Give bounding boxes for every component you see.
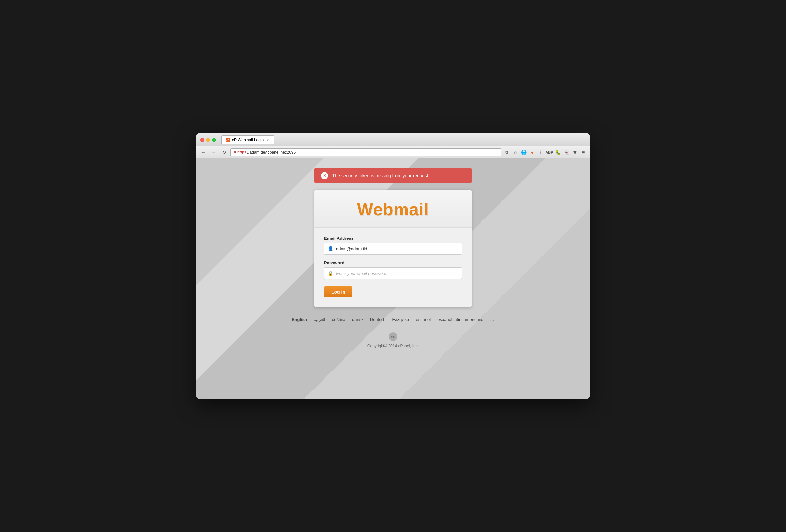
bookmark-icon[interactable]: ☆ [512,149,519,156]
lang-greek[interactable]: Ελληνικά [392,317,409,322]
email-input[interactable] [336,246,458,251]
close-button[interactable] [200,138,204,142]
login-button[interactable]: Log in [324,286,352,297]
title-bar: cP cP Webmail Login × + [196,133,590,146]
lang-czech[interactable]: čeština [332,317,345,322]
address-url: //adam.dev.cpanel.net:2096 [248,150,296,154]
tab-close-button[interactable]: × [265,138,270,142]
login-header: Webmail [314,190,472,228]
error-message: The security token is missing from your … [332,173,430,178]
address-bar[interactable]: ✕ https //adam.dev.cpanel.net:2096 [230,148,501,156]
lang-german[interactable]: Deutsch [370,317,386,322]
error-alert: The security token is missing from your … [314,168,472,183]
email-label: Email Address [324,236,462,241]
nav-icons: ⧉ ☆ 🌐 ● ℹ ABP 🐛 👻 ✖ ≡ [503,149,587,156]
disconnect-icon[interactable]: ✖ [571,149,579,156]
adblock-icon[interactable]: ABP [546,149,553,156]
language-bar: English العربية čeština dansk Deutsch Ελ… [292,317,494,322]
login-box: Webmail Email Address 👤 Password [314,190,472,307]
ghost-icon[interactable]: 👻 [563,149,570,156]
browser-window: cP cP Webmail Login × + ← → ↻ ✕ https //… [196,133,590,399]
minimize-button[interactable] [206,138,210,142]
copyright-text: Copyright© 2014 cPanel, Inc. [367,344,419,348]
password-label: Password [324,261,462,265]
language-icon[interactable]: 🌐 [520,149,527,156]
active-tab[interactable]: cP cP Webmail Login × [221,135,274,144]
lang-danish[interactable]: dansk [352,317,364,322]
svg-text:cP: cP [391,335,395,339]
lang-spanish-latam[interactable]: español latinoamericano [437,317,483,322]
nav-bar: ← → ↻ ✕ https //adam.dev.cpanel.net:2096… [196,146,590,158]
reader-icon[interactable]: ⧉ [503,149,510,156]
email-form-group: Email Address 👤 [324,236,462,255]
tab-title: cP Webmail Login [232,138,263,142]
menu-icon[interactable]: ≡ [580,149,587,156]
password-input[interactable] [336,271,458,276]
footer: cP Copyright© 2014 cPanel, Inc. [367,332,419,348]
lang-arabic[interactable]: العربية [314,317,325,322]
user-icon: 👤 [328,246,333,251]
error-icon [321,172,328,179]
security-icon: ✕ https [233,150,246,154]
tab-bar: cP cP Webmail Login × + [221,135,586,144]
password-input-wrapper: 🔒 [324,267,462,279]
maximize-button[interactable] [212,138,216,142]
tab-favicon: cP [226,138,230,142]
lang-english[interactable]: English [292,317,307,322]
traffic-lights [200,138,216,142]
email-input-wrapper: 👤 [324,243,462,255]
forward-button[interactable]: → [209,148,218,156]
color-icon[interactable]: ● [529,149,536,156]
login-body: Email Address 👤 Password 🔒 [314,228,472,307]
lang-spanish[interactable]: español [416,317,431,322]
page-content: The security token is missing from your … [196,158,590,399]
cpanel-logo-svg: cP [388,332,398,341]
page-inner: The security token is missing from your … [196,158,590,399]
back-button[interactable]: ← [199,148,207,156]
login-title: Webmail [321,199,465,219]
new-tab-button[interactable]: + [276,136,284,144]
lock-icon: 🔒 [328,271,333,276]
cpanel-logo: cP [388,332,398,342]
reload-button[interactable]: ↻ [220,148,228,156]
lang-more[interactable]: … [490,317,494,322]
firebug-icon[interactable]: 🐛 [554,149,561,156]
password-form-group: Password 🔒 [324,261,462,279]
info-icon[interactable]: ℹ [537,149,545,156]
